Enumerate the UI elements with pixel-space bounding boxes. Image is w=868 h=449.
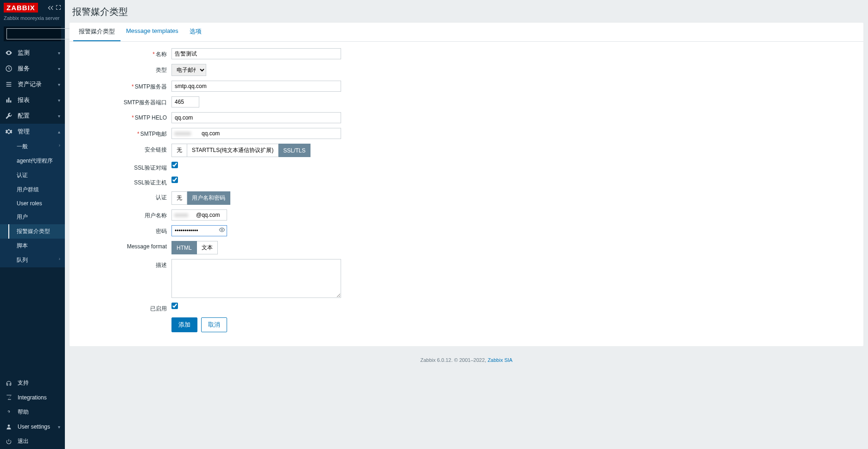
label-name: 名称 [156,51,167,57]
tab-media-type[interactable]: 报警媒介类型 [73,23,120,41]
svg-point-7 [221,229,223,231]
nav-user-settings[interactable]: User settings ▾ [0,420,65,434]
subnav-agent[interactable]: agent代理程序 [0,154,65,168]
chevron-down-icon: ▾ [58,82,60,87]
footer: Zabbix 6.0.12. © 2001–2022, Zabbix SIA [65,351,868,369]
chart-icon [5,96,13,104]
sidebar: ZABBIX Zabbix mooreyxia server 监测 ▾ 服务 ▾ [0,0,65,449]
subnav-user-groups[interactable]: 用户群组 [0,183,65,197]
add-button[interactable]: 添加 [171,317,197,332]
subnav-auth[interactable]: 认证 [0,168,65,183]
svg-rect-2 [6,100,8,103]
chevron-up-icon: ▴ [58,129,60,134]
subnav-scripts[interactable]: 脚本 [0,239,65,253]
chevron-down-icon: ▾ [58,114,60,119]
nav-label: User settings [18,424,50,430]
redacted-prefix: xxxxx [174,212,188,218]
nav-support[interactable]: 支持 [0,375,65,391]
nav-label: 管理 [18,127,30,136]
nav-label: 支持 [18,379,29,387]
subnav-users[interactable]: 用户 [0,210,65,224]
label-smtp-email: SMTP电邮 [140,131,167,137]
nav-label: 配置 [18,112,30,120]
nav-monitor[interactable]: 监测 ▾ [0,45,65,61]
media-type-form: *名称 类型 电子邮件 *SMTP服务器 SMTP服务器端口 *SMTP HEL… [70,42,863,346]
help-icon [5,409,13,416]
checkbox-ssl-host[interactable] [171,177,178,183]
format-text[interactable]: 文本 [197,241,218,254]
nav-report[interactable]: 报表 ▾ [0,92,65,108]
nav-config[interactable]: 配置 ▾ [0,108,65,124]
sidebar-bottom: 支持 Integrations 帮助 User settings ▾ 退出 [0,375,65,449]
nav-label: 服务 [18,64,30,73]
chevron-down-icon: ▾ [58,51,60,56]
subnav-media-types[interactable]: 报警媒介类型 [0,224,65,239]
subnav-queue[interactable]: 队列› [0,253,65,267]
admin-subnav: 一般› agent代理程序 认证 用户群组 User roles 用户 报警媒介… [0,139,65,267]
power-icon [5,438,13,445]
checkbox-ssl-peer[interactable] [171,162,178,168]
chevron-down-icon: ▾ [58,424,60,430]
nav-integrations[interactable]: Integrations [0,391,65,405]
chevron-down-icon: ▾ [58,66,60,71]
label-auth: 认证 [77,191,171,202]
label-ssl-peer: SSL验证对端 [77,162,171,172]
nav-label: 帮助 [18,408,29,416]
clock-icon [5,65,13,72]
format-html[interactable]: HTML [171,241,197,254]
headset-icon [5,380,13,386]
auth-userpass[interactable]: 用户名和密码 [187,191,230,205]
security-starttls[interactable]: STARTTLS(纯文本通信协议扩展) [187,144,279,157]
segmented-auth: 无 用户名和密码 [171,191,230,205]
label-password: 密码 [77,225,171,235]
gear-icon [5,128,13,135]
collapse-icon[interactable] [47,5,54,11]
chevron-right-icon: › [59,256,60,261]
search-box[interactable] [4,26,61,41]
cancel-button[interactable]: 取消 [201,317,227,332]
logo[interactable]: ZABBIX [4,3,38,13]
fullscreen-icon[interactable] [56,5,61,11]
nav-help[interactable]: 帮助 [0,405,65,420]
footer-text: Zabbix 6.0.12. © 2001–2022, [420,357,488,363]
nav-label: Integrations [18,394,47,401]
footer-link[interactable]: Zabbix SIA [488,357,513,363]
auth-none[interactable]: 无 [171,191,187,205]
security-ssltls[interactable]: SSL/TLS [279,144,310,157]
chevron-right-icon: › [59,143,60,148]
nav-label: 资产记录 [18,80,42,89]
input-smtp-server[interactable] [171,81,341,92]
subnav-general[interactable]: 一般› [0,139,65,154]
main-content: 报警媒介类型 报警媒介类型 Message templates 选项 *名称 类… [65,0,868,449]
segmented-msg-format: HTML 文本 [171,241,218,254]
main-nav: 监测 ▾ 服务 ▾ 资产记录 ▾ 报表 ▾ 配置 ▾ [0,45,65,139]
nav-signout[interactable]: 退出 [0,434,65,449]
label-type: 类型 [77,64,171,74]
label-smtp-server: SMTP服务器 [135,83,167,90]
select-type[interactable]: 电子邮件 [171,64,206,76]
segmented-security: 无 STARTTLS(纯文本通信协议扩展) SSL/TLS [171,144,310,157]
form-panel: 报警媒介类型 Message templates 选项 *名称 类型 电子邮件 … [70,23,863,346]
input-name[interactable] [171,48,341,59]
eye-icon[interactable] [219,227,225,233]
tab-message-templates[interactable]: Message templates [120,23,184,41]
input-smtp-helo[interactable] [171,112,341,123]
security-none[interactable]: 无 [171,144,187,157]
svg-point-6 [8,424,10,427]
wrench-icon [5,112,13,120]
z-icon [5,394,13,401]
input-smtp-email[interactable] [171,128,341,139]
svg-rect-3 [8,98,10,103]
input-smtp-port[interactable] [171,96,199,108]
checkbox-enabled[interactable] [171,303,178,309]
label-security: 安全链接 [77,144,171,154]
textarea-description[interactable] [171,259,341,298]
nav-admin[interactable]: 管理 ▴ [0,124,65,139]
nav-asset[interactable]: 资产记录 ▾ [0,76,65,92]
label-smtp-port: SMTP服务器端口 [77,96,171,107]
subnav-user-roles[interactable]: User roles [0,197,65,210]
label-smtp-helo: SMTP HELO [135,114,167,121]
tab-options[interactable]: 选项 [184,23,207,41]
nav-service[interactable]: 服务 ▾ [0,61,65,76]
label-description: 描述 [77,259,171,269]
